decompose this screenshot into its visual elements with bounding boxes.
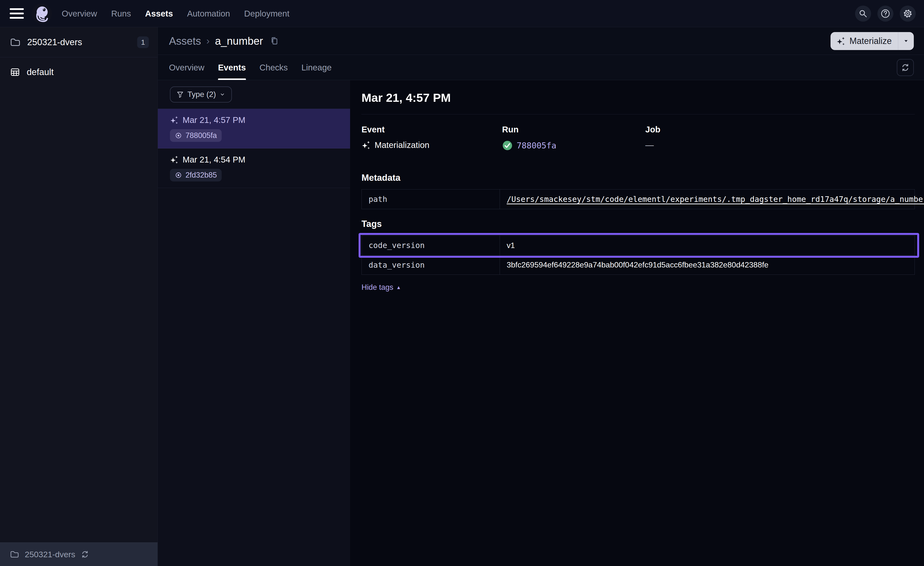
search-icon	[858, 9, 868, 18]
hide-tags-link[interactable]: Hide tags ▲	[362, 283, 401, 292]
run-circle-dot-icon	[175, 172, 182, 179]
events-filter-bar: Type (2)	[158, 80, 350, 109]
field-label-job: Job	[645, 125, 915, 134]
hide-tags-label: Hide tags	[362, 283, 393, 292]
field-label-run: Run	[502, 125, 645, 134]
caret-down-icon	[902, 38, 910, 45]
tags-heading: Tags	[362, 219, 915, 229]
materialize-split-button: Materialize	[831, 32, 914, 50]
primary-nav: Overview Runs Assets Automation Deployme…	[62, 9, 290, 18]
event-summary-fields: Event Materialization Run 788005fa	[362, 125, 915, 151]
event-type-value: Materialization	[375, 140, 429, 150]
filter-funnel-icon	[176, 90, 184, 98]
breadcrumb-assets-link[interactable]: Assets	[169, 35, 201, 47]
collapse-arrow-icon: ▲	[396, 285, 401, 290]
field-label-event: Event	[362, 125, 502, 134]
asset-catalog-sidebar: 250321-dvers 1 default 250321-dvers	[0, 27, 158, 566]
tag-key: code_version	[362, 236, 500, 255]
nav-item-assets[interactable]: Assets	[145, 9, 173, 18]
tags-table: code_version v1 data_version 3bfc269594e…	[362, 235, 915, 275]
copy-asset-name-button[interactable]	[270, 36, 280, 46]
code-location-label: 250321-dvers	[27, 37, 82, 47]
metadata-path-link[interactable]: /Users/smackesey/stm/code/elementl/exper…	[507, 194, 924, 204]
top-navigation-bar: Overview Runs Assets Automation Deployme…	[0, 0, 924, 27]
event-list-item[interactable]: Mar 21, 4:57 PM 788005fa	[158, 109, 350, 148]
metadata-heading: Metadata	[362, 173, 915, 183]
folder-icon	[10, 549, 20, 559]
run-id-pill[interactable]: 2fd32b85	[170, 169, 222, 181]
asset-count-badge: 1	[137, 36, 149, 48]
tag-value: v1	[500, 236, 915, 255]
refresh-button[interactable]	[897, 59, 914, 76]
job-value: —	[645, 140, 654, 150]
asset-group-icon	[10, 67, 20, 77]
event-detail-panel: Mar 21, 4:57 PM Event Materialization Ru…	[350, 80, 924, 566]
materialization-sparkle-icon	[362, 140, 371, 150]
tab-events[interactable]: Events	[218, 55, 246, 80]
type-filter-button[interactable]: Type (2)	[170, 86, 232, 102]
materialization-sparkle-icon	[170, 155, 178, 164]
sidebar-item-default-group[interactable]: default	[0, 57, 158, 87]
table-row: path /Users/smackesey/stm/code/elementl/…	[362, 190, 915, 209]
tag-value: 3bfc269594ef649228e9a74bab00f042efc91d5a…	[500, 255, 915, 274]
field-run: Run 788005fa	[502, 125, 645, 151]
type-filter-label: Type (2)	[188, 90, 216, 99]
help-button[interactable]	[878, 6, 893, 22]
nav-item-overview[interactable]: Overview	[62, 9, 97, 18]
run-id-label: 788005fa	[186, 131, 217, 140]
topnav-actions	[855, 6, 916, 22]
run-circle-dot-icon	[175, 132, 182, 139]
materialize-label: Materialize	[849, 36, 892, 46]
run-id-label: 2fd32b85	[186, 171, 217, 179]
nav-item-runs[interactable]: Runs	[111, 9, 131, 18]
events-list-panel: Type (2) Mar 21, 4:57 PM 788005fa	[158, 80, 350, 566]
gear-icon	[903, 9, 913, 19]
field-event: Event Materialization	[362, 125, 502, 151]
footer-code-location-label: 250321-dvers	[25, 550, 75, 559]
materialize-button[interactable]: Materialize	[831, 32, 898, 50]
materialize-sparkle-icon	[836, 36, 846, 46]
main-panel: Assets › a_number Materialize Overview	[158, 27, 924, 566]
event-list-item[interactable]: Mar 21, 4:54 PM 2fd32b85	[158, 148, 350, 188]
event-timestamp: Mar 21, 4:54 PM	[183, 155, 246, 164]
tag-key: data_version	[362, 255, 500, 274]
table-row-data-version: data_version 3bfc269594ef649228e9a74bab0…	[362, 255, 915, 274]
breadcrumb-separator: ›	[206, 35, 210, 47]
tab-lineage[interactable]: Lineage	[301, 55, 332, 80]
materialization-sparkle-icon	[170, 116, 178, 124]
run-id-pill[interactable]: 788005fa	[170, 129, 222, 142]
table-row-code-version: code_version v1	[362, 236, 915, 255]
settings-button[interactable]	[900, 6, 916, 22]
tab-overview[interactable]: Overview	[169, 55, 204, 80]
help-icon	[880, 9, 891, 19]
metadata-key: path	[362, 190, 500, 209]
nav-item-deployment[interactable]: Deployment	[244, 9, 290, 18]
asset-tabs-bar: Overview Events Checks Lineage	[158, 55, 924, 80]
metadata-table: path /Users/smackesey/stm/code/elementl/…	[362, 189, 915, 209]
tab-checks[interactable]: Checks	[260, 55, 288, 80]
divider	[362, 114, 915, 114]
copy-icon	[270, 36, 280, 46]
breadcrumb: Assets › a_number Materialize	[158, 27, 924, 55]
asset-tabs: Overview Events Checks Lineage	[169, 55, 332, 80]
field-job: Job —	[645, 125, 915, 151]
materialize-dropdown-button[interactable]	[898, 32, 914, 50]
chevron-down-icon	[219, 91, 225, 98]
nav-item-automation[interactable]: Automation	[187, 9, 230, 18]
sidebar-footer: 250321-dvers	[0, 542, 158, 566]
event-timestamp: Mar 21, 4:57 PM	[183, 115, 246, 125]
search-button[interactable]	[855, 6, 871, 22]
hamburger-menu-icon[interactable]	[10, 8, 24, 19]
asset-group-label: default	[27, 67, 54, 77]
sync-icon	[901, 63, 910, 72]
folder-icon	[10, 37, 21, 48]
sidebar-code-location[interactable]: 250321-dvers 1	[0, 27, 158, 57]
dagster-logo[interactable]	[32, 3, 52, 24]
sync-icon[interactable]	[81, 550, 89, 559]
run-id-link[interactable]: 788005fa	[517, 141, 556, 151]
event-detail-title: Mar 21, 4:57 PM	[362, 91, 915, 104]
page-title: a_number	[215, 35, 263, 47]
run-success-check-icon	[502, 140, 513, 151]
